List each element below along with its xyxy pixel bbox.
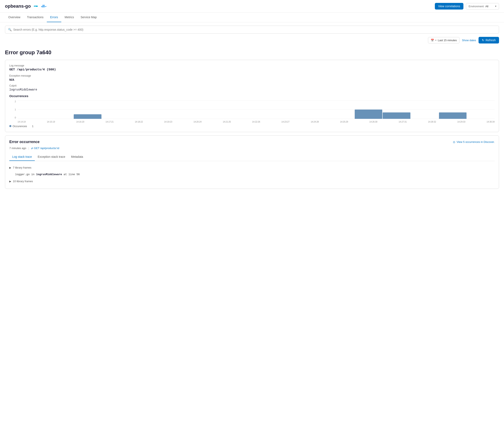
- chart-bar-11: [327, 100, 354, 119]
- tab-metrics[interactable]: Metrics: [61, 13, 77, 22]
- code-line-number: 56: [77, 173, 80, 176]
- x-label-12: 14:26:30: [369, 121, 378, 123]
- library-frames-row-1[interactable]: ▶ 7 library frames: [9, 164, 495, 171]
- chart-bar-3: [102, 100, 130, 119]
- x-label-9: 14:23:27: [281, 121, 289, 123]
- environment-selector[interactable]: Environment All ▾: [466, 3, 499, 10]
- time-controls: 📅 ▾ Last 15 minutes Show dates ↻ Refresh: [0, 35, 504, 46]
- tab-service-map[interactable]: Service Map: [77, 13, 100, 22]
- chart-bars: [18, 100, 495, 119]
- refresh-button[interactable]: ↻ Refresh: [479, 37, 499, 44]
- tab-overview[interactable]: Overview: [5, 13, 24, 22]
- app-title-area: opbeans-go go: [5, 3, 47, 9]
- x-label-2: 14:16:20: [76, 121, 84, 123]
- x-label-16: 14:30:34: [487, 121, 495, 123]
- meta-separator: |: [28, 147, 29, 150]
- top-header: opbeans-go go View correlations E: [0, 0, 504, 13]
- bar-fill-13: [383, 112, 410, 119]
- error-occurrence-card: Error occurrence ⊙ View 5 occurrences in…: [5, 135, 499, 189]
- tab-metadata[interactable]: Metadata: [68, 153, 86, 161]
- error-info-card: Log message GET /api/products/4 (500) Ex…: [5, 60, 499, 132]
- chart-bar-1: [46, 100, 74, 119]
- stack-trace-content: ▶ 7 library frames logger.go in logrusMi…: [9, 164, 495, 185]
- chart-x-labels: 14:14:1914:15:1914:16:2014:17:2114:18:22…: [18, 121, 495, 123]
- show-dates-button[interactable]: Show dates: [462, 39, 476, 42]
- environment-label: Environment: [469, 5, 484, 8]
- chart-bar-14: [411, 100, 439, 119]
- x-label-0: 14:14:19: [18, 121, 26, 123]
- library-frames-2-label: 10 library frames: [13, 180, 33, 183]
- occurrence-header: Error occurrence ⊙ View 5 occurrences in…: [9, 140, 495, 144]
- chart-legend: Occurences 1: [9, 125, 495, 128]
- x-label-4: 14:18:22: [135, 121, 143, 123]
- chart-bar-16: [467, 100, 495, 119]
- search-section: 🔍: [0, 22, 504, 35]
- app-title: opbeans-go: [5, 3, 31, 9]
- library-frames-row-2[interactable]: ▶ 10 library frames: [9, 178, 495, 185]
- chart-bar-0: [18, 100, 45, 119]
- search-input-wrap: 🔍: [5, 26, 499, 33]
- time-ago: 7 minutes ago: [9, 147, 26, 150]
- code-frame: logger.go in logrusMiddleware at line 56: [9, 171, 495, 178]
- docker-icon: [41, 4, 47, 8]
- expand-icon-2: ▶: [9, 180, 11, 183]
- endpoint-link[interactable]: ⇄ GET /api/products/:id: [31, 147, 59, 150]
- svg-text:go: go: [35, 6, 36, 7]
- svg-point-2: [37, 6, 38, 7]
- x-label-1: 14:15:19: [47, 121, 55, 123]
- chevron-down-icon: ▾: [495, 5, 496, 8]
- discover-link[interactable]: ⊙ View 5 occurrences in Discover.: [453, 140, 495, 144]
- log-message-label: Log message: [9, 64, 495, 67]
- chart-bar-5: [158, 100, 186, 119]
- chart-bar-15: [439, 100, 467, 119]
- chart-bar-10: [298, 100, 326, 119]
- time-range-label: Last 15 minutes: [438, 39, 457, 42]
- compass-icon: ⊙: [453, 140, 455, 144]
- x-label-8: 14:22:26: [252, 121, 260, 123]
- chart-bar-13: [383, 100, 410, 119]
- culprit-label: Culprit: [9, 84, 495, 87]
- search-icon: 🔍: [8, 28, 12, 31]
- legend-dot: Occurences: [9, 125, 27, 128]
- occurrence-title: Error occurrence: [9, 140, 40, 144]
- svg-rect-5: [42, 6, 43, 7]
- stack-trace-tabs: Log stack trace Exception stack trace Me…: [9, 153, 495, 161]
- chevron-down-icon: ▾: [435, 39, 437, 42]
- svg-rect-4: [41, 6, 42, 7]
- occurrences-title: Occurrences: [9, 94, 495, 98]
- bar-fill-2: [74, 114, 101, 119]
- x-label-11: 14:25:29: [340, 121, 348, 123]
- main-content: Error group 7a640 Log message GET /api/p…: [0, 46, 504, 195]
- library-frames-1-label: 7 library frames: [13, 166, 32, 169]
- nav-tabs: Overview Transactions Errors Metrics Ser…: [0, 13, 504, 22]
- chart-bar-6: [186, 100, 214, 119]
- refresh-icon: ↻: [482, 38, 484, 42]
- code-at: at line: [63, 173, 75, 176]
- x-label-3: 14:17:21: [106, 121, 114, 123]
- go-icon: go: [33, 4, 39, 8]
- exception-message-label: Exception message: [9, 74, 495, 77]
- search-input[interactable]: [13, 28, 496, 31]
- code-filename: logger.go: [15, 173, 30, 176]
- y-label-2: 2: [15, 100, 16, 103]
- view-correlations-button[interactable]: View correlations: [435, 3, 463, 10]
- x-label-5: 14:19:23: [164, 121, 172, 123]
- tab-transactions[interactable]: Transactions: [24, 13, 47, 22]
- x-label-10: 14:24:28: [311, 121, 319, 123]
- environment-value: All: [485, 5, 493, 8]
- chart-bar-2: [74, 100, 101, 119]
- go-badge: go: [33, 4, 39, 8]
- x-label-13: 14:27:31: [399, 121, 407, 123]
- time-picker[interactable]: 📅 ▾ Last 15 minutes: [428, 37, 459, 44]
- occurrences-chart: 2 1 0 14:14:1914:15:1914:16:2014:17:2114…: [9, 100, 495, 123]
- occurrence-meta: 7 minutes ago | ⇄ GET /api/products/:id: [9, 147, 495, 150]
- svg-rect-7: [42, 5, 43, 6]
- tab-log-stack-trace[interactable]: Log stack trace: [9, 153, 35, 161]
- exception-message-value: N/A: [9, 78, 495, 81]
- chart-bar-8: [242, 100, 270, 119]
- svg-rect-6: [44, 6, 45, 7]
- expand-icon-1: ▶: [9, 166, 11, 169]
- tab-exception-stack-trace[interactable]: Exception stack trace: [35, 153, 68, 161]
- x-label-6: 14:20:24: [193, 121, 202, 123]
- tab-errors[interactable]: Errors: [47, 13, 61, 22]
